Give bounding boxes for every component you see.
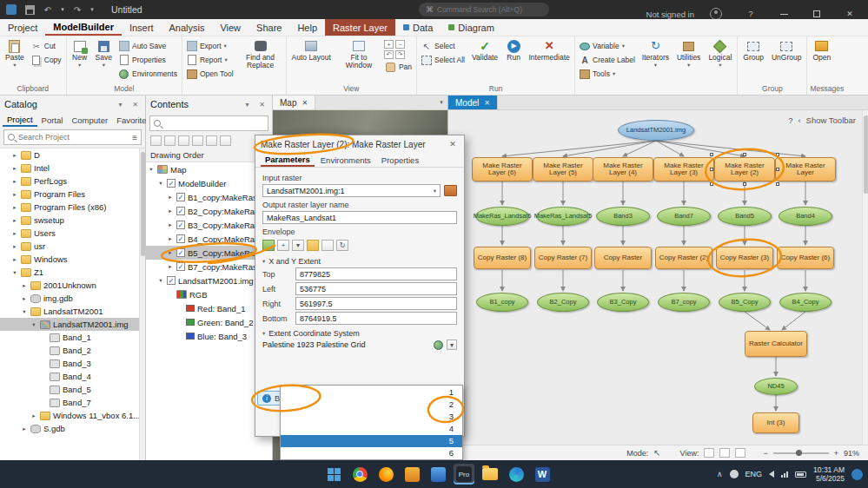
catalog-item-band-3[interactable]: Band_3: [0, 357, 145, 370]
expand-arrow-icon[interactable]: ▸: [11, 243, 18, 250]
pan-button[interactable]: Pan: [384, 61, 414, 73]
nav-back-icon[interactable]: ↶: [384, 50, 394, 59]
expand-arrow-icon[interactable]: ▸: [167, 221, 174, 228]
expand-arrow-icon[interactable]: ▸: [167, 194, 174, 201]
expand-arrow-icon[interactable]: ▸: [167, 263, 174, 270]
dialog-tab-properties[interactable]: Properties: [377, 153, 423, 167]
layer-checkbox[interactable]: ✓: [176, 234, 185, 243]
band-option-6[interactable]: 6: [281, 447, 462, 459]
ribbon-tab-project[interactable]: Project: [0, 19, 45, 36]
environments-button[interactable]: Environments: [117, 68, 179, 80]
xy-extent-section[interactable]: ▾ X and Y Extent: [262, 257, 457, 266]
catalog-search-input[interactable]: [18, 133, 129, 142]
expand-arrow-icon[interactable]: ▸: [11, 191, 18, 198]
model-view-tab[interactable]: Model ✕: [448, 96, 498, 109]
expand-arrow-icon[interactable]: ▸: [11, 152, 18, 159]
expand-arrow-icon[interactable]: ▸: [30, 412, 37, 419]
command-search[interactable]: ⌘: [419, 3, 549, 16]
catalog-item-windows-11-vbox-6-1[interactable]: ▸Windows 11_vbox 6.1...: [0, 409, 145, 422]
model-node-make-raster-layer-2[interactable]: Make Raster Layer (2): [714, 157, 775, 181]
band-option-2[interactable]: 2: [281, 398, 462, 410]
catalog-item-landsattm2001-img[interactable]: ▾LandsatTM2001.img: [0, 318, 145, 331]
pointer-extent-icon[interactable]: +: [277, 240, 289, 251]
utilities-button[interactable]: Utilities ▾: [674, 37, 703, 69]
contents-item-b7-copy-makeras-lands[interactable]: ▸✓B7_copy:MakeRas_Lands...: [146, 260, 272, 274]
collapse-arrow-icon[interactable]: ▾: [30, 321, 37, 328]
redo-icon[interactable]: ↷: [70, 3, 84, 16]
model-node-copy-raster-3[interactable]: Copy Raster (3): [716, 247, 773, 269]
contents-search[interactable]: [149, 115, 268, 131]
model-node-raster-calculator[interactable]: Raster Calculator: [745, 331, 807, 357]
weather-icon[interactable]: [730, 470, 739, 478]
zoom-in-icon[interactable]: +: [834, 449, 838, 458]
run-button[interactable]: ▶ Run: [503, 37, 524, 62]
zoom-percent[interactable]: 91%: [844, 449, 859, 458]
band-option-4[interactable]: 4: [281, 423, 462, 435]
coordinate-system-icon[interactable]: [434, 340, 443, 350]
group-button[interactable]: Group: [740, 37, 766, 62]
folder-icon[interactable]: [307, 240, 319, 251]
collapse-arrow-icon[interactable]: ▾: [157, 277, 164, 284]
expand-arrow-icon[interactable]: ▸: [167, 235, 174, 242]
extent-cs-section[interactable]: ▾ Extent Coordinate System: [262, 329, 457, 338]
list-by-snapping-icon[interactable]: [206, 135, 217, 146]
catalog-tab-computer[interactable]: Computer: [67, 113, 112, 127]
project-icon[interactable]: [4, 3, 18, 16]
intermediate-button[interactable]: ✕ Intermediate: [527, 37, 572, 62]
model-canvas[interactable]: ? ‹ Show Toolbar LandsatTM2001.imgMake R…: [448, 110, 868, 445]
taskbar-chrome-icon[interactable]: [349, 464, 370, 485]
band-option-5[interactable]: 5: [281, 435, 462, 447]
help-icon[interactable]: ?: [788, 115, 792, 125]
model-node-copy-raster-6[interactable]: Copy Raster (6): [777, 247, 834, 269]
catalog-scrollbar[interactable]: [139, 148, 145, 460]
paste-extent-icon[interactable]: [321, 240, 334, 251]
dialog-tab-environments[interactable]: Environments: [316, 153, 375, 167]
layer-checkbox[interactable]: ✓: [176, 262, 185, 271]
contents-item-b5[interactable]: ▸✓B5_Copy:MakeRas_Land...: [146, 246, 272, 260]
model-node-b5-copy[interactable]: B5_Copy: [719, 293, 771, 312]
select-all-button[interactable]: Select All: [420, 54, 467, 66]
model-node-make-raster-layer-3[interactable]: Make Raster Layer (3): [653, 157, 714, 181]
model-node-make-raster-layer-5[interactable]: Make Raster Layer (5): [533, 157, 593, 181]
tools-button[interactable]: Tools ▾: [578, 68, 637, 80]
catalog-item-band-7[interactable]: Band_7: [0, 396, 145, 409]
model-node-copy-raster-2[interactable]: Copy Raster (2): [655, 247, 712, 269]
ribbon-tab-insert[interactable]: Insert: [122, 19, 162, 36]
ribbon-tab-analysis[interactable]: Analysis: [161, 19, 212, 36]
expand-arrow-icon[interactable]: ▸: [21, 282, 28, 289]
properties-button[interactable]: Properties: [117, 54, 179, 66]
model-node-make-raster-layer-6[interactable]: Make Raster Layer (6): [472, 157, 533, 181]
band-option-3[interactable]: 3: [281, 410, 462, 422]
expand-arrow-icon[interactable]: ▸: [167, 249, 174, 256]
model-node-int-3[interactable]: Int (3): [752, 412, 799, 433]
contents-search-input[interactable]: [164, 119, 266, 128]
undo-icon[interactable]: ↶: [41, 3, 55, 16]
ribbon-tab-help[interactable]: Help: [289, 19, 325, 36]
extent-icon[interactable]: [262, 240, 275, 251]
find-replace-button[interactable]: Find and Replace: [238, 37, 283, 69]
show-toolbar-button[interactable]: Show Toolbar: [806, 115, 856, 125]
select-button[interactable]: ↖ Select: [420, 40, 467, 52]
input-raster-combo[interactable]: LandsatTM2001.img:1 ▾: [262, 184, 441, 197]
variable-button[interactable]: Variable ▾: [578, 40, 637, 52]
undo-dropdown-icon[interactable]: ▾: [59, 3, 66, 16]
list-by-editing-icon[interactable]: [192, 135, 203, 146]
view-mode-icon-1[interactable]: [704, 448, 714, 458]
command-search-input[interactable]: [437, 5, 542, 14]
contents-item-map[interactable]: ▾Map: [146, 162, 272, 176]
model-node-copy-raster-8[interactable]: Copy Raster (8): [474, 247, 531, 269]
contents-item-rgb[interactable]: RGB: [146, 287, 272, 301]
model-node-copy-raster[interactable]: Copy Raster: [594, 247, 652, 269]
signin-status[interactable]: Not signed in: [646, 10, 694, 19]
extent-bottom-input[interactable]: [295, 312, 457, 325]
extent-right-input[interactable]: [295, 297, 457, 310]
zoom-in-icon[interactable]: +: [384, 40, 394, 49]
expand-arrow-icon[interactable]: ▸: [11, 165, 18, 172]
model-node-band3[interactable]: Band3: [596, 207, 650, 226]
search-options-icon[interactable]: ≡: [132, 133, 137, 142]
ribbon-tab-modelbuilder[interactable]: ModelBuilder: [45, 19, 122, 36]
network-icon[interactable]: [781, 472, 788, 478]
catalog-search[interactable]: ≡: [3, 129, 142, 145]
catalog-item-users[interactable]: ▸Users: [0, 227, 145, 240]
layer-checkbox[interactable]: ✓: [176, 221, 185, 229]
